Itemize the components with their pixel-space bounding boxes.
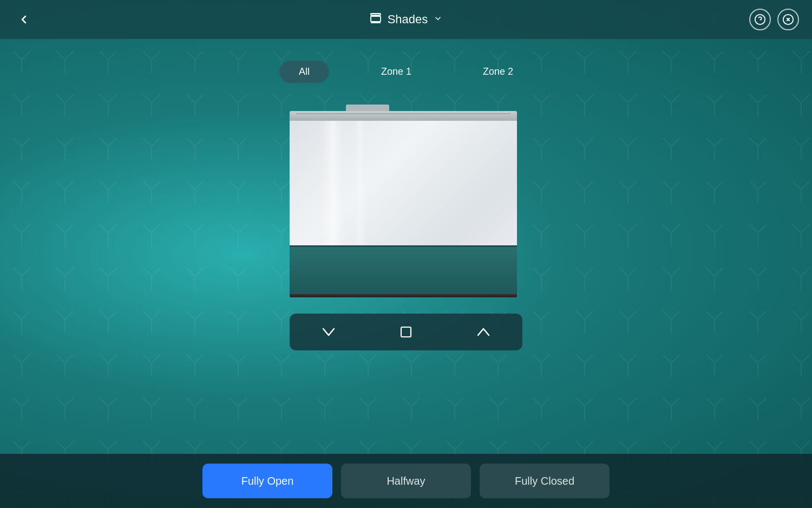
header: Shades	[0, 0, 812, 39]
shade-sill	[290, 245, 517, 294]
close-button[interactable]	[777, 9, 799, 30]
zone-tabs: All Zone 1 Zone 2	[279, 61, 533, 83]
svg-rect-5	[371, 16, 381, 22]
shade-stop-button[interactable]	[392, 318, 420, 346]
header-actions	[749, 9, 799, 30]
page-title: Shades	[388, 12, 428, 27]
shade-controls-bar	[290, 314, 522, 350]
close-icon	[782, 14, 794, 25]
help-button[interactable]	[749, 9, 771, 30]
shade-up-button[interactable]	[470, 318, 497, 346]
help-icon	[754, 14, 766, 25]
shade-bottom-rail	[290, 294, 517, 297]
tab-zone2[interactable]: Zone 2	[463, 61, 533, 83]
svg-rect-4	[371, 14, 381, 15]
dropdown-chevron-icon	[433, 14, 443, 25]
back-button[interactable]	[13, 9, 35, 30]
main-content: All Zone 1 Zone 2	[0, 39, 812, 454]
shade-fabric	[290, 121, 517, 245]
shade-illustration	[290, 105, 522, 297]
preset-fully-open-button[interactable]: Fully Open	[202, 464, 332, 498]
shade-down-button[interactable]	[315, 318, 342, 346]
back-arrow-icon	[17, 13, 30, 26]
tab-all[interactable]: All	[279, 61, 329, 83]
chevron-down-icon	[320, 323, 337, 341]
stop-icon	[398, 324, 414, 340]
preset-fully-closed-button[interactable]: Fully Closed	[480, 464, 610, 498]
preset-halfway-button[interactable]: Halfway	[341, 464, 471, 498]
shade-top-rail	[290, 111, 517, 121]
chevron-up-icon	[475, 323, 492, 341]
tab-zone1[interactable]: Zone 1	[362, 61, 431, 83]
shades-icon	[369, 12, 382, 27]
title-dropdown[interactable]: Shades	[369, 12, 443, 27]
svg-rect-12	[401, 327, 411, 337]
shade-mount-bracket	[346, 105, 389, 111]
bottom-presets-bar: Fully Open Halfway Fully Closed	[0, 454, 812, 508]
